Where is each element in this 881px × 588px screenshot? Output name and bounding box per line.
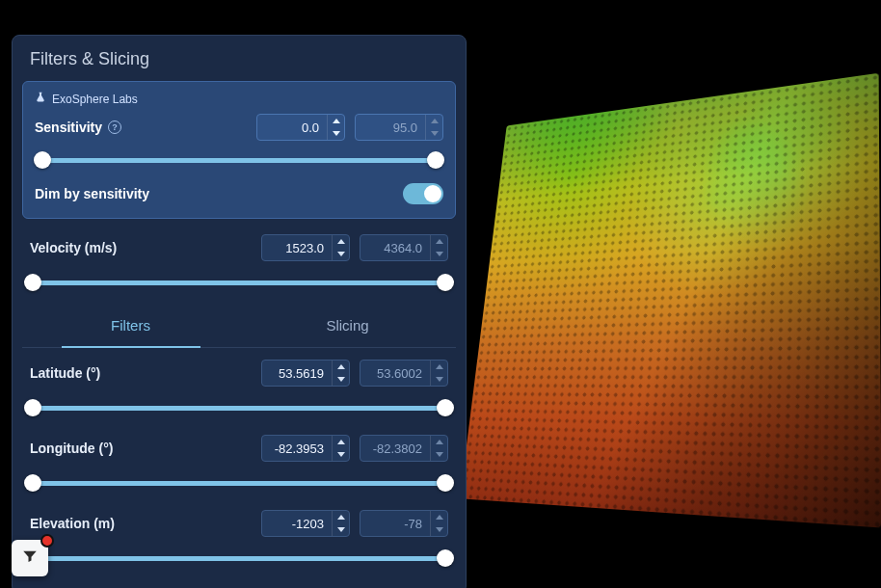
stepper-down-icon[interactable]	[333, 373, 349, 386]
dim-by-sensitivity-label: Dim by sensitivity	[35, 186, 149, 201]
stepper-up-icon[interactable]	[328, 115, 344, 127]
velocity-label: Velocity (m/s)	[30, 240, 117, 255]
longitude-max-input[interactable]: -82.3802	[360, 435, 448, 462]
velocity-max-input[interactable]: 4364.0	[360, 234, 448, 261]
stepper-down-icon[interactable]	[333, 448, 349, 461]
elevation-min-input[interactable]: -1203	[261, 510, 350, 537]
longitude-label: Longitude (°)	[30, 441, 113, 456]
sensitivity-label: Sensitivity ?	[35, 120, 121, 135]
stepper-down-icon[interactable]	[431, 248, 447, 260]
longitude-range-slider[interactable]	[26, 473, 452, 493]
toggle-filters-fab[interactable]	[12, 540, 48, 576]
stepper-up-icon[interactable]	[426, 115, 442, 127]
stepper-down-icon[interactable]	[333, 523, 349, 536]
elevation-max-input[interactable]: -78	[360, 510, 448, 537]
help-icon[interactable]: ?	[108, 120, 121, 134]
velocity-min-input[interactable]: 1523.0	[261, 234, 350, 261]
filters-slicing-panel: Filters & Slicing ExoSphere Labs Sensiti…	[12, 35, 467, 588]
elevation-range-slider[interactable]	[26, 548, 452, 568]
latitude-max-input[interactable]: 53.6002	[360, 360, 448, 387]
stepper-down-icon[interactable]	[333, 248, 349, 260]
stepper-up-icon[interactable]	[333, 361, 349, 373]
voxel-3d-view[interactable]	[460, 73, 881, 528]
sensitivity-min-input[interactable]: 0.0	[256, 114, 345, 141]
stepper-up-icon[interactable]	[431, 511, 447, 523]
dim-by-sensitivity-toggle[interactable]	[403, 183, 443, 204]
stepper-down-icon[interactable]	[431, 373, 447, 386]
brand-label: ExoSphere Labs	[52, 93, 138, 106]
tab-slicing[interactable]: Slicing	[239, 306, 456, 347]
velocity-range-slider[interactable]	[26, 273, 452, 292]
longitude-group: Longitude (°) -82.3953 -82.3802	[13, 427, 466, 493]
stepper-up-icon[interactable]	[431, 235, 447, 248]
sensitivity-range-slider[interactable]	[35, 150, 443, 170]
stepper-down-icon[interactable]	[431, 523, 447, 536]
stepper-up-icon[interactable]	[431, 436, 447, 448]
elevation-group: Elevation (m) -1203 -78	[13, 502, 466, 587]
panel-title: Filters & Slicing	[13, 36, 466, 81]
sensitivity-group: ExoSphere Labs Sensitivity ? 0.0 95.0	[22, 81, 456, 219]
stepper-down-icon[interactable]	[426, 127, 442, 140]
notification-badge	[40, 534, 54, 548]
latitude-range-slider[interactable]	[26, 398, 452, 417]
brand-row: ExoSphere Labs	[35, 92, 443, 106]
stepper-down-icon[interactable]	[328, 127, 344, 140]
stepper-up-icon[interactable]	[333, 436, 349, 448]
stepper-up-icon[interactable]	[333, 511, 349, 523]
stepper-up-icon[interactable]	[431, 361, 447, 373]
flask-icon	[35, 92, 46, 106]
elevation-label: Elevation (m)	[30, 516, 115, 531]
sensitivity-max-input[interactable]: 95.0	[355, 114, 443, 141]
stepper-down-icon[interactable]	[431, 448, 447, 461]
filter-icon	[21, 548, 39, 569]
velocity-group: Velocity (m/s) 1523.0 4364.0	[13, 227, 466, 292]
latitude-min-input[interactable]: 53.5619	[261, 360, 350, 387]
tab-filters[interactable]: Filters	[22, 306, 239, 347]
tab-bar: Filters Slicing	[22, 306, 456, 348]
latitude-label: Latitude (°)	[30, 365, 100, 381]
stepper-up-icon[interactable]	[333, 235, 349, 248]
longitude-min-input[interactable]: -82.3953	[261, 435, 350, 462]
latitude-group: Latitude (°) 53.5619 53.6002	[13, 352, 466, 417]
